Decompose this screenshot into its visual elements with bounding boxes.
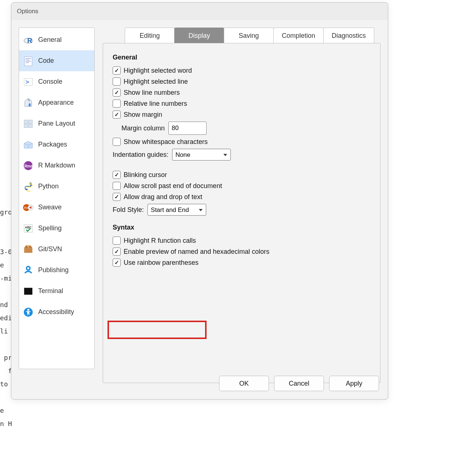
- tab-label: Display: [188, 32, 210, 40]
- margin-column-input[interactable]: [168, 122, 207, 135]
- option-label: Relative line numbers: [124, 100, 187, 108]
- panes-icon: [23, 118, 34, 129]
- apply-button[interactable]: Apply: [329, 376, 379, 391]
- indentation-guides-select[interactable]: None: [172, 149, 231, 161]
- sidebar-item-sweave[interactable]: Rnw Sweave: [19, 197, 94, 218]
- sweave-icon: Rnw: [23, 202, 34, 213]
- section-heading-syntax: Syntax: [113, 224, 371, 231]
- sidebar-item-git-svn[interactable]: Git/SVN: [19, 239, 94, 260]
- tab-display[interactable]: Display: [174, 28, 224, 43]
- checkbox-show-line-numbers[interactable]: [113, 89, 121, 97]
- options-sidebar: R General Code > Console: [19, 28, 95, 369]
- ok-button[interactable]: OK: [219, 376, 269, 391]
- sidebar-item-label: Git/SVN: [38, 245, 62, 253]
- sidebar-item-label: Console: [38, 78, 62, 86]
- option-label: Blinking cursor: [124, 171, 167, 179]
- sidebar-item-label: Sweave: [38, 203, 62, 211]
- cancel-button[interactable]: Cancel: [274, 376, 324, 391]
- sidebar-item-publishing[interactable]: Publishing: [19, 260, 94, 281]
- sidebar-item-appearance[interactable]: Appearance: [19, 92, 94, 113]
- options-dialog: Options R General Code: [11, 2, 388, 400]
- sidebar-item-python[interactable]: Python: [19, 176, 94, 197]
- tab-editing[interactable]: Editing: [125, 28, 175, 43]
- prompt-icon: >: [23, 76, 34, 87]
- checkbox-drag-drop-text[interactable]: [113, 193, 121, 201]
- svg-point-10: [29, 103, 31, 106]
- terminal-icon: [23, 286, 34, 297]
- code-options-tabs: Editing Display Saving Completion Diagno…: [125, 28, 380, 43]
- cardboard-box-icon: [23, 244, 34, 255]
- sidebar-item-label: Python: [38, 183, 59, 190]
- package-box-icon: [23, 139, 34, 150]
- svg-text:Rmd: Rmd: [25, 164, 33, 168]
- callout-highlight-box: [108, 321, 207, 339]
- button-label: Cancel: [289, 380, 309, 387]
- svg-rect-24: [24, 288, 33, 295]
- tab-label: Completion: [282, 32, 315, 40]
- checkbox-show-whitespace[interactable]: [113, 138, 121, 146]
- section-heading-general: General: [113, 54, 371, 61]
- svg-text:R: R: [27, 37, 32, 44]
- sidebar-item-packages[interactable]: Packages: [19, 134, 94, 155]
- sidebar-item-label: Publishing: [38, 266, 69, 274]
- sidebar-item-pane-layout[interactable]: Pane Layout: [19, 113, 94, 134]
- tab-diagnostics[interactable]: Diagnostics: [323, 28, 374, 43]
- checkbox-relative-line-numbers[interactable]: [113, 100, 121, 108]
- checkbox-highlight-selected-word[interactable]: [113, 66, 121, 75]
- option-label: Show margin: [124, 111, 162, 119]
- background-code-fragment: gro 3-0 e -mi nd edi li pr f to e n H: [0, 206, 12, 430]
- tab-saving[interactable]: Saving: [224, 28, 274, 43]
- svg-rect-13: [24, 124, 28, 127]
- sidebar-item-label: Spelling: [38, 224, 62, 232]
- margin-column-label: Margin column: [121, 125, 165, 132]
- indentation-guides-label: Indentation guides:: [113, 151, 168, 159]
- svg-text:ABC: ABC: [25, 226, 32, 229]
- button-label: Apply: [346, 380, 362, 387]
- sidebar-item-accessibility[interactable]: Accessibility: [19, 302, 94, 322]
- svg-text:>: >: [26, 78, 29, 85]
- checkbox-scroll-past-end[interactable]: [113, 182, 121, 190]
- checkbox-preview-colors[interactable]: [113, 248, 121, 256]
- tab-label: Editing: [139, 32, 160, 40]
- sidebar-item-label: Terminal: [38, 287, 63, 295]
- dialog-title: Options: [17, 8, 39, 15]
- sidebar-item-label: Appearance: [38, 99, 74, 107]
- sidebar-item-rmarkdown[interactable]: Rmd R Markdown: [19, 155, 94, 176]
- option-label: Show line numbers: [124, 89, 180, 97]
- option-label: Use rainbow parentheses: [124, 259, 198, 267]
- option-label: Enable preview of named and hexadecimal …: [124, 248, 269, 256]
- spellcheck-icon: ABC: [23, 223, 34, 234]
- fold-style-select[interactable]: Start and End: [147, 204, 206, 216]
- tab-completion[interactable]: Completion: [273, 28, 324, 43]
- svg-rect-12: [29, 120, 32, 123]
- sidebar-item-general[interactable]: R General: [19, 29, 94, 50]
- svg-point-23: [26, 266, 30, 270]
- option-label: Highlight selected line: [124, 78, 188, 86]
- tab-label: Saving: [238, 32, 259, 40]
- option-label: Highlight R function calls: [124, 237, 196, 245]
- sidebar-item-code[interactable]: Code: [19, 50, 94, 71]
- checkbox-highlight-r-calls[interactable]: [113, 237, 121, 245]
- r-logo-icon: R: [23, 35, 34, 46]
- python-icon: [23, 181, 34, 192]
- publish-icon: [23, 265, 34, 276]
- paint-bucket-icon: [23, 97, 34, 108]
- svg-rect-14: [29, 124, 32, 127]
- sidebar-item-label: Packages: [38, 141, 67, 148]
- checkbox-blinking-cursor[interactable]: [113, 171, 121, 179]
- svg-point-26: [27, 309, 29, 311]
- sidebar-item-label: Accessibility: [38, 308, 74, 316]
- sidebar-item-label: Code: [38, 57, 54, 65]
- sidebar-item-console[interactable]: > Console: [19, 71, 94, 92]
- sidebar-item-label: R Markdown: [38, 162, 75, 169]
- tab-label: Diagnostics: [332, 32, 366, 40]
- checkbox-highlight-selected-line[interactable]: [113, 77, 121, 86]
- checkbox-rainbow-parentheses[interactable]: [113, 259, 121, 267]
- dialog-titlebar: Options: [11, 3, 388, 20]
- option-label: Allow drag and drop of text: [124, 193, 202, 201]
- sidebar-item-terminal[interactable]: Terminal: [19, 281, 94, 302]
- svg-rect-11: [24, 120, 28, 123]
- option-label: Show whitespace characters: [124, 138, 208, 146]
- checkbox-show-margin[interactable]: [113, 111, 121, 119]
- sidebar-item-spelling[interactable]: ABC Spelling: [19, 218, 94, 239]
